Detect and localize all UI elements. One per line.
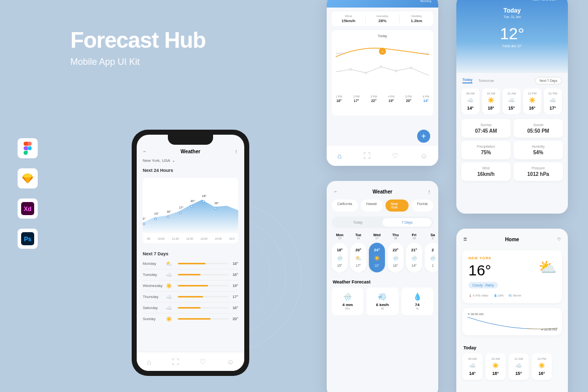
- day-row[interactable]: Tuesday☁️16°: [143, 269, 238, 280]
- day-row[interactable]: Saturday☁️16°: [143, 303, 238, 314]
- info-card: Sunset05:50 PM: [514, 119, 563, 138]
- screen-weekly: ← Weather ⋮ CaliforniaHawaiiNew YorkFlor…: [327, 181, 438, 392]
- hour-item[interactable]: 6 PM14°: [423, 95, 429, 103]
- day-row[interactable]: Monday⛅18°: [143, 258, 238, 269]
- hour-card[interactable]: 01 PM☁️17°: [544, 88, 562, 114]
- info-card: Pressure1012 hPa: [514, 162, 563, 181]
- hour-card[interactable]: 12 PM☀️16°: [532, 353, 552, 380]
- week-day-card[interactable]: Sa22🌧️1: [425, 233, 438, 272]
- map-icon[interactable]: ⛶: [363, 152, 370, 160]
- hour-card[interactable]: 11 AM☁️15°: [509, 353, 529, 380]
- segment-7days[interactable]: 7 Days: [382, 218, 432, 227]
- bell-icon[interactable]: ♡: [557, 237, 561, 242]
- map-icon[interactable]: ⛶: [172, 358, 179, 366]
- photoshop-icon: Ps: [18, 229, 38, 249]
- mini-stat: 💧 16%: [494, 293, 504, 297]
- svg-point-9: [410, 67, 412, 69]
- week-day-card[interactable]: Fri1921°🌧️14°: [406, 233, 422, 272]
- day-row[interactable]: Wednesday☀️19°: [143, 280, 238, 291]
- chart-knob[interactable]: ‹›: [379, 48, 386, 55]
- tab-tomorrow[interactable]: Tomorrow: [478, 79, 494, 82]
- svg-point-5: [350, 68, 352, 70]
- hour-card[interactable]: 10 AM☀️18°: [485, 353, 506, 380]
- hour-card[interactable]: 10 AM☀️18°: [482, 88, 500, 114]
- more-icon[interactable]: ⋮: [427, 189, 431, 194]
- screen-today-sky: New York, USA⌄ Today Tue, 31 Jan 12° Fee…: [456, 0, 568, 214]
- next-7-days-button[interactable]: Next 7 Days: [535, 77, 562, 84]
- svg-point-6: [365, 72, 367, 74]
- sketch-icon: [18, 168, 38, 188]
- sun-curve: ☀ 06:50 AM ☀ 05:45 PM: [462, 308, 562, 335]
- stat-humidity: Humidity28%: [366, 15, 400, 23]
- forecast-metric: 🌧️4 mm8%: [332, 287, 363, 315]
- segment-today[interactable]: Today: [333, 218, 382, 227]
- xd-icon: Xd: [18, 199, 38, 219]
- info-card: Wind16km/h: [461, 162, 511, 181]
- week-day-card[interactable]: Mon1518°🌧️15°: [332, 233, 348, 272]
- weather-hero-card: NEW YORK 16° Cloudy - Rainy ⛅ 🌡️ 0.476 m…: [462, 250, 562, 303]
- weather-illustration: ⛅: [538, 258, 557, 276]
- week-day-card[interactable]: Thu1822°🌧️16°: [387, 233, 404, 272]
- screen-home: ☰ Home ♡ NEW YORK 16° Cloudy - Rainy ⛅ 🌡…: [456, 229, 568, 392]
- time-of-day: Morning: [334, 0, 431, 3]
- forecast-metric: 💧74%: [402, 287, 433, 315]
- hour-card[interactable]: 12 PM☀️16°: [523, 88, 541, 114]
- page-title: Weather: [180, 149, 200, 154]
- tab-today[interactable]: Today: [462, 78, 472, 83]
- info-card: Humidity54%: [514, 141, 563, 159]
- location-selector[interactable]: New York, USA⌄: [456, 0, 568, 1]
- home-icon[interactable]: ⌂: [147, 358, 151, 366]
- hour-card[interactable]: 11 AM☁️15°: [503, 88, 521, 114]
- product-title: Forecast Hub Mobile App UI Kit: [70, 28, 206, 67]
- user-icon[interactable]: ☺: [420, 152, 427, 160]
- svg-text:Ps: Ps: [24, 236, 32, 243]
- subtitle-text: Mobile App UI Kit: [70, 57, 206, 67]
- day-row[interactable]: Sunday☀️20°: [143, 314, 238, 324]
- hourly-chart: 2°13°16°17°20°18°16° :0010:0011:0012:001…: [143, 178, 238, 243]
- hour-card[interactable]: 09 AM☁️14°: [461, 88, 479, 114]
- add-button[interactable]: +: [417, 130, 430, 143]
- hour-card[interactable]: 09 AM☁️14°: [462, 353, 482, 380]
- chevron-down-icon: ⌄: [172, 158, 175, 163]
- info-card: Sunrise07:45 AM: [461, 119, 511, 138]
- bell-icon[interactable]: ♡: [392, 152, 399, 160]
- user-icon[interactable]: ☺: [227, 358, 234, 366]
- hour-item[interactable]: 2 PM17°: [353, 95, 360, 103]
- hour-item[interactable]: 1 PM18°: [336, 95, 342, 103]
- city-chip[interactable]: Florida: [412, 200, 433, 212]
- tool-icons: Xd Ps: [18, 138, 38, 249]
- phone-mockup-main: ← Weather ⋮ New York, USA⌄ Next 24 Hours…: [132, 130, 249, 376]
- location-selector[interactable]: New York, USA⌄: [137, 158, 244, 163]
- chevron-down-icon: ⌄: [558, 0, 561, 1]
- screen-hourly-detail: Cloudy - Sunny Morning Wind15km/hHumidit…: [327, 0, 438, 166]
- section-24h: Next 24 Hours: [137, 163, 244, 175]
- svg-text:Xd: Xd: [24, 206, 31, 213]
- city-chip[interactable]: Hawaii: [361, 200, 382, 212]
- city-chip[interactable]: New York: [385, 200, 409, 212]
- svg-point-0: [28, 146, 32, 150]
- menu-icon[interactable]: ☰: [463, 237, 467, 242]
- more-icon[interactable]: ⋮: [234, 149, 238, 154]
- figma-icon: [18, 138, 38, 158]
- mini-stat: 🌡️ 0.476 mBar: [468, 293, 488, 297]
- back-icon[interactable]: ←: [143, 149, 147, 154]
- day-row[interactable]: Thursday☁️17°: [143, 291, 238, 303]
- city-chip[interactable]: California: [332, 200, 358, 212]
- bell-icon[interactable]: ♡: [200, 358, 206, 366]
- bottom-nav: ⌂ ⛶ ♡ ☺: [137, 352, 244, 371]
- title-text: Forecast Hub: [70, 28, 206, 53]
- info-card: Precipitation75%: [461, 141, 511, 159]
- hour-item[interactable]: 3 PM22°: [370, 95, 377, 103]
- section-7days: Next 7 Days: [137, 246, 244, 258]
- week-day-card[interactable]: Wed1724°☀️18°: [369, 233, 385, 272]
- forecast-metric: 💨6 km/hW: [366, 287, 398, 315]
- week-day-card[interactable]: Tue1620°⛅17°: [350, 233, 366, 272]
- mini-stat: 💨 8km/h: [509, 293, 521, 297]
- temperature-big: 12°: [456, 25, 568, 43]
- stat-visibility: Visibility1.2km: [400, 15, 433, 23]
- back-icon[interactable]: ←: [334, 189, 338, 194]
- hour-item[interactable]: 5 PM20°: [406, 95, 412, 103]
- hour-item[interactable]: 4 PM19°: [388, 95, 395, 103]
- svg-point-8: [395, 70, 397, 72]
- home-icon[interactable]: ⌂: [338, 152, 342, 160]
